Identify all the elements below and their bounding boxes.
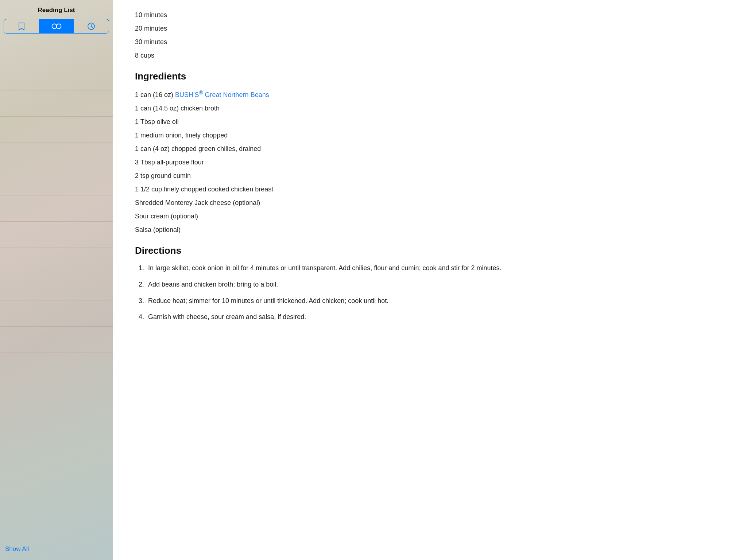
sidebar-title: Reading List — [0, 0, 113, 19]
ingredient-8: 1 1/2 cup finely chopped cooked chicken … — [135, 184, 725, 194]
list-item[interactable] — [0, 195, 113, 222]
list-item[interactable] — [0, 327, 113, 353]
ingredient-4: 1 medium onion, finely chopped — [135, 131, 725, 140]
list-item[interactable] — [0, 274, 113, 300]
direction-2: Add beans and chicken broth; bring to a … — [146, 279, 725, 290]
time-items-section: 10 minutes 20 minutes 30 minutes 8 cups — [135, 10, 725, 61]
ingredient-9: Shredded Monterey Jack cheese (optional) — [135, 198, 725, 208]
direction-3: Reduce heat; simmer for 10 minutes or un… — [146, 296, 725, 306]
list-item[interactable] — [0, 169, 113, 195]
ingredient-11: Salsa (optional) — [135, 225, 725, 235]
time-item-3: 30 minutes — [135, 37, 725, 47]
ingredients-list: 1 can (16 oz) BUSH'S® Great Northern Bea… — [135, 89, 725, 235]
time-item-1: 10 minutes — [135, 10, 725, 20]
ingredient-10: Sour cream (optional) — [135, 211, 725, 221]
main-content: 10 minutes 20 minutes 30 minutes 8 cups … — [113, 0, 747, 560]
list-item[interactable] — [0, 300, 113, 327]
direction-4: Garnish with cheese, sour cream and sals… — [146, 312, 725, 322]
direction-1: In large skillet, cook onion in oil for … — [146, 263, 725, 273]
list-item[interactable] — [0, 38, 113, 64]
reading-list-tab[interactable] — [39, 19, 74, 33]
time-item-4: 8 cups — [135, 51, 725, 61]
ingredients-heading: Ingredients — [135, 71, 725, 82]
show-all-button[interactable]: Show All — [0, 540, 113, 560]
ingredient-5: 1 can (4 oz) chopped green chilies, drai… — [135, 144, 725, 154]
reading-list-items — [0, 38, 113, 540]
list-item[interactable] — [0, 117, 113, 143]
list-item[interactable] — [0, 64, 113, 90]
list-item[interactable] — [0, 90, 113, 117]
time-item-2: 20 minutes — [135, 24, 725, 34]
svg-point-1 — [56, 24, 61, 29]
beans-link[interactable]: BUSH'S® Great Northern Beans — [175, 91, 269, 98]
ingredient-3: 1 Tbsp olive oil — [135, 117, 725, 127]
tab-bar — [4, 19, 109, 34]
sidebar: Reading List — [0, 0, 113, 560]
svg-point-0 — [52, 24, 57, 29]
ingredient-2: 1 can (14.5 oz) chicken broth — [135, 104, 725, 113]
directions-list: In large skillet, cook onion in oil for … — [146, 263, 725, 322]
ingredient-7: 2 tsp ground cumin — [135, 171, 725, 181]
directions-heading: Directions — [135, 245, 725, 256]
bookmarks-tab[interactable] — [4, 19, 39, 33]
ingredient-6: 3 Tbsp all-purpose flour — [135, 158, 725, 167]
history-tab[interactable] — [74, 19, 109, 33]
list-item[interactable] — [0, 222, 113, 248]
list-item[interactable] — [0, 248, 113, 274]
ingredient-1: 1 can (16 oz) BUSH'S® Great Northern Bea… — [135, 89, 725, 100]
list-item[interactable] — [0, 143, 113, 169]
